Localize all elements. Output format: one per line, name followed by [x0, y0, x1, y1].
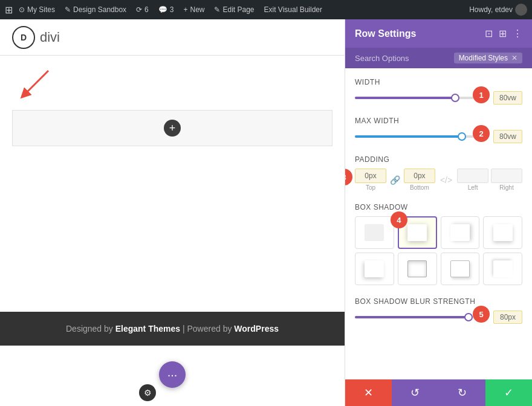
box-shadow-blur-setting: Box Shadow Blur Strength 5 80px — [355, 297, 522, 324]
wp-logo-icon: ⊞ — [5, 4, 13, 16]
padding-left-label: Left — [468, 184, 478, 191]
annotation-4: 4 — [391, 211, 407, 228]
shadow-preview-right — [450, 224, 470, 241]
width-setting: Width 1 80vw — [355, 78, 522, 105]
annotation-2: 2 — [473, 125, 490, 142]
row-content-box: + — [12, 110, 332, 146]
shadow-option-bottom[interactable] — [483, 216, 522, 249]
width-slider-fill — [355, 97, 455, 99]
page-content: + — [0, 56, 345, 170]
max-width-slider-thumb[interactable] — [458, 132, 466, 141]
width-label: Width — [355, 78, 522, 86]
shadow-preview-full — [407, 224, 427, 241]
padding-right-group: Right — [491, 169, 522, 191]
accessibility-button[interactable]: ⚙ — [139, 384, 156, 401]
padding-bottom-label: Bottom — [410, 184, 429, 191]
box-shadow-blur-label: Box Shadow Blur Strength — [355, 297, 522, 306]
shadow-option-br[interactable] — [441, 253, 480, 285]
main-area: D divi + — [0, 19, 532, 406]
redo-button[interactable]: ↻ — [439, 379, 485, 406]
admin-bar-right: Howdy, etdev — [469, 4, 527, 16]
annotation-3: 3 — [345, 169, 352, 185]
shadow-grid: 4 — [355, 216, 522, 285]
svg-line-1 — [24, 71, 48, 95]
divi-logo: D divi — [12, 26, 60, 49]
max-width-value[interactable]: 80vw — [493, 130, 522, 143]
padding-right-label: Right — [499, 184, 513, 191]
modified-styles-badge: Modified Styles ✕ — [454, 53, 522, 63]
comments-menu[interactable]: 💬 3 — [155, 0, 178, 19]
shadow-option-right[interactable] — [441, 216, 480, 249]
save-button[interactable]: ✓ — [485, 379, 532, 406]
panel-body: Width 1 80vw Max Width — [345, 68, 532, 379]
padding-row-container: 3 Top 🔗 Bottom </> — [355, 169, 522, 191]
shadow-option-full[interactable]: 4 — [398, 216, 437, 249]
admin-bar: ⊞ ⊙ My Sites ✎ Design Sandbox ⟳ 6 💬 3 + … — [0, 0, 532, 19]
shadow-preview-tl — [493, 260, 513, 277]
divi-topbar: D divi — [0, 19, 345, 56]
max-width-slider-row: 2 80vw — [355, 130, 522, 143]
padding-right-input[interactable] — [491, 169, 522, 183]
divi-logo-text: divi — [40, 30, 60, 45]
max-width-slider-track[interactable] — [355, 135, 488, 138]
max-width-label: Max Width — [355, 117, 522, 125]
annotation-1: 1 — [473, 86, 490, 103]
max-width-slider-fill — [355, 135, 462, 138]
add-module-button[interactable]: + — [164, 120, 181, 137]
padding-code-icon[interactable]: </> — [438, 175, 455, 185]
shadow-preview-bl — [365, 260, 384, 277]
sites-icon: ⊙ — [19, 5, 25, 14]
responsive-icon[interactable]: ⊡ — [485, 28, 493, 39]
new-content-menu[interactable]: + New — [180, 0, 208, 19]
padding-bottom-group: Bottom — [404, 169, 435, 191]
annotation-5: 5 — [473, 306, 490, 323]
padding-inputs: Top 🔗 Bottom </> Left — [355, 169, 522, 191]
columns-icon[interactable]: ⊞ — [499, 28, 507, 39]
panel-header-icons: ⊡ ⊞ ⋮ — [485, 28, 522, 39]
blur-slider-row: 5 80px — [355, 311, 522, 324]
design-sandbox-menu[interactable]: ✎ Design Sandbox — [61, 0, 130, 19]
padding-top-input[interactable] — [355, 169, 386, 183]
shadow-option-inside[interactable] — [398, 253, 437, 285]
panel-title: Row Settings — [355, 28, 416, 39]
exit-builder-link[interactable]: Exit Visual Builder — [261, 0, 326, 19]
plus-icon: + — [183, 5, 187, 14]
updates-menu[interactable]: ⟳ 6 — [132, 0, 152, 19]
settings-panel: Row Settings ⊡ ⊞ ⋮ Search Options Modifi… — [345, 19, 532, 406]
more-options-icon[interactable]: ⋮ — [513, 28, 522, 39]
width-slider-thumb[interactable] — [451, 94, 459, 102]
fab-button[interactable]: ··· — [159, 361, 186, 388]
my-sites-menu[interactable]: ⊙ My Sites — [15, 0, 59, 19]
modified-styles-close[interactable]: ✕ — [511, 54, 517, 62]
comment-icon: 💬 — [158, 5, 167, 14]
cancel-button[interactable]: ✕ — [345, 379, 392, 406]
padding-label: Padding — [355, 155, 522, 164]
blur-slider-track[interactable] — [355, 316, 488, 318]
admin-avatar[interactable] — [515, 4, 527, 16]
width-slider-row: 1 80vw — [355, 91, 522, 105]
blur-slider-thumb[interactable] — [464, 313, 473, 321]
panel-header: Row Settings ⊡ ⊞ ⋮ — [345, 19, 532, 48]
box-shadow-label: Box Shadow — [355, 203, 522, 211]
padding-bottom-input[interactable] — [404, 169, 435, 183]
box-shadow-setting: Box Shadow 4 — [355, 203, 522, 285]
padding-left-input[interactable] — [457, 169, 488, 183]
panel-subheader: Search Options Modified Styles ✕ — [345, 48, 532, 68]
blur-value[interactable]: 80px — [493, 311, 522, 324]
shadow-preview-inside — [407, 260, 427, 277]
panel-footer: ✕ ↺ ↻ ✓ — [345, 379, 532, 406]
shadow-option-bl[interactable] — [355, 253, 394, 285]
edit-page-link[interactable]: ✎ Edit Page — [210, 0, 258, 19]
shadow-option-none[interactable] — [355, 216, 394, 249]
blur-slider-fill — [355, 316, 469, 318]
padding-link-icon[interactable]: 🔗 — [389, 175, 401, 185]
shadow-preview-br — [450, 260, 470, 277]
shadow-preview-none — [365, 224, 384, 241]
search-options-label[interactable]: Search Options — [355, 54, 409, 63]
shadow-option-tl[interactable] — [483, 253, 522, 285]
width-value[interactable]: 80vw — [493, 91, 522, 105]
shadow-preview-bottom — [493, 224, 513, 241]
design-icon: ✎ — [65, 5, 71, 14]
width-slider-track[interactable] — [355, 97, 488, 99]
reset-button[interactable]: ↺ — [392, 379, 438, 406]
